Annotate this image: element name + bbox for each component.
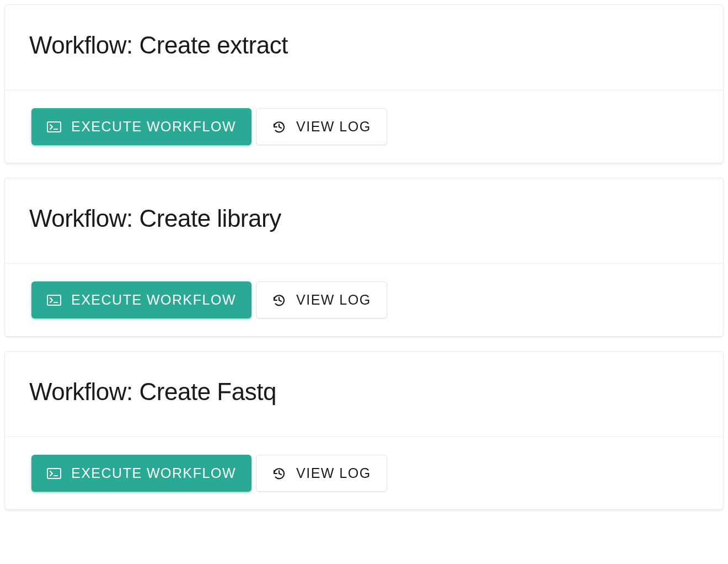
- execute-workflow-button[interactable]: EXECUTE WORKFLOW: [31, 281, 251, 318]
- terminal-icon: [47, 295, 61, 306]
- execute-workflow-label: EXECUTE WORKFLOW: [71, 292, 236, 308]
- view-log-label: VIEW LOG: [296, 119, 371, 135]
- execute-workflow-button[interactable]: EXECUTE WORKFLOW: [31, 108, 251, 145]
- execute-workflow-button[interactable]: EXECUTE WORKFLOW: [31, 455, 251, 492]
- workflow-card: Workflow: Create Fastq EXECUTE WORKFLOW: [4, 351, 724, 510]
- history-icon: [272, 466, 286, 481]
- view-log-button[interactable]: VIEW LOG: [256, 108, 387, 145]
- card-actions: EXECUTE WORKFLOW VIEW LOG: [5, 437, 723, 509]
- card-actions: EXECUTE WORKFLOW VIEW LOG: [5, 90, 723, 163]
- execute-workflow-label: EXECUTE WORKFLOW: [71, 465, 236, 481]
- view-log-button[interactable]: VIEW LOG: [256, 455, 387, 492]
- svg-rect-2: [47, 295, 61, 305]
- view-log-label: VIEW LOG: [296, 465, 371, 481]
- execute-workflow-label: EXECUTE WORKFLOW: [71, 119, 236, 135]
- workflow-card: Workflow: Create extract EXECUTE WORKFLO…: [4, 4, 724, 163]
- card-header: Workflow: Create library: [5, 178, 723, 263]
- terminal-icon: [47, 468, 61, 479]
- workflow-title: Workflow: Create library: [29, 205, 699, 232]
- workflow-title: Workflow: Create Fastq: [29, 378, 699, 406]
- card-header: Workflow: Create extract: [5, 5, 723, 90]
- workflow-title: Workflow: Create extract: [29, 31, 699, 59]
- card-actions: EXECUTE WORKFLOW VIEW LOG: [5, 263, 723, 336]
- terminal-icon: [47, 121, 61, 132]
- card-header: Workflow: Create Fastq: [5, 352, 723, 437]
- svg-rect-4: [47, 469, 61, 478]
- workflow-card: Workflow: Create library EXECUTE WORKFLO…: [4, 178, 724, 337]
- view-log-label: VIEW LOG: [296, 292, 371, 308]
- view-log-button[interactable]: VIEW LOG: [256, 281, 387, 318]
- history-icon: [272, 293, 286, 307]
- history-icon: [272, 120, 286, 134]
- svg-rect-0: [47, 122, 61, 132]
